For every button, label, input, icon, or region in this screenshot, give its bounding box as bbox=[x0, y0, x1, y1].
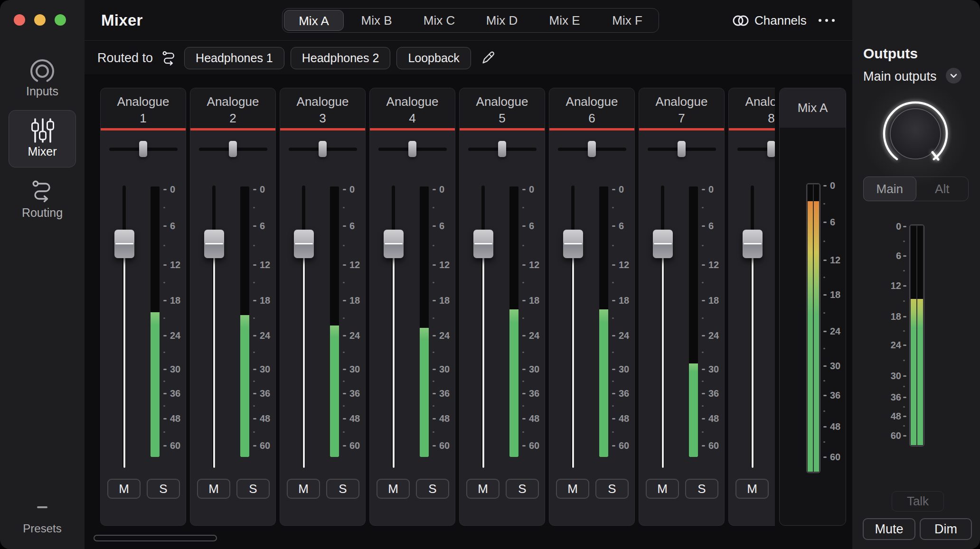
pan-slider-thumb[interactable] bbox=[229, 141, 237, 157]
fader-track-lower bbox=[752, 255, 754, 468]
zoom-button[interactable] bbox=[55, 14, 66, 26]
meter-tick bbox=[903, 226, 906, 227]
routed-chip-headphones-2[interactable]: Headphones 2 bbox=[291, 47, 391, 69]
edit-routing-button[interactable] bbox=[481, 51, 495, 65]
meter-minor-tick bbox=[522, 207, 524, 208]
mute-button[interactable]: M bbox=[197, 479, 230, 499]
mute-button[interactable]: M bbox=[466, 479, 499, 499]
tab-mix-d[interactable]: Mix D bbox=[471, 9, 533, 32]
horizontal-scrollbar[interactable] bbox=[94, 535, 217, 541]
meter-tick bbox=[903, 435, 906, 437]
pan-slider-thumb[interactable] bbox=[319, 141, 327, 157]
sidebar-item-mixer[interactable]: Mixer bbox=[9, 110, 76, 167]
tab-mix-c[interactable]: Mix C bbox=[408, 9, 471, 32]
meter-tick-label: 60 bbox=[830, 452, 840, 462]
pan-slider-thumb[interactable] bbox=[767, 141, 775, 157]
fader-thumb[interactable] bbox=[294, 230, 314, 258]
fader-thumb[interactable] bbox=[204, 230, 224, 258]
sidebar-item-mixer-label: Mixer bbox=[9, 145, 75, 158]
tab-mix-e[interactable]: Mix E bbox=[533, 9, 596, 32]
meter-tick bbox=[823, 365, 827, 367]
solo-button[interactable]: S bbox=[416, 479, 449, 499]
pan-slider-thumb[interactable] bbox=[498, 141, 506, 157]
meter-tick bbox=[823, 260, 827, 261]
routed-chip-headphones-1[interactable]: Headphones 1 bbox=[184, 47, 284, 69]
meter-tick-label: 24 bbox=[619, 330, 629, 341]
meter-minor-tick bbox=[702, 282, 704, 283]
meter-tick-label: 60 bbox=[529, 440, 539, 451]
fader-thumb[interactable] bbox=[384, 230, 404, 258]
meter-minor-tick bbox=[522, 245, 524, 246]
sidebar-item-inputs[interactable]: Inputs bbox=[0, 84, 85, 98]
fader-thumb[interactable] bbox=[653, 230, 673, 258]
meter-minor-tick bbox=[163, 405, 165, 407]
channel-strip-2: Analogue 2 0612182430364860 M S bbox=[190, 88, 276, 526]
close-button[interactable] bbox=[14, 14, 25, 26]
main-output-button[interactable]: Main bbox=[863, 177, 916, 201]
minimize-button[interactable] bbox=[34, 14, 46, 26]
channel-level-meter-fill bbox=[240, 315, 249, 457]
meter-tick bbox=[612, 393, 615, 394]
meter-tick-label: 36 bbox=[873, 392, 901, 402]
tab-mix-a[interactable]: Mix A bbox=[284, 10, 344, 31]
channel-header: Analogue 3 bbox=[280, 88, 365, 128]
meter-minor-tick bbox=[612, 405, 614, 407]
more-menu-icon[interactable] bbox=[819, 19, 835, 22]
output-volume-knob[interactable] bbox=[877, 96, 953, 172]
tab-mix-f[interactable]: Mix F bbox=[596, 9, 659, 32]
solo-button[interactable]: S bbox=[147, 479, 180, 499]
meter-minor-tick bbox=[612, 352, 614, 353]
tab-mix-b[interactable]: Mix B bbox=[345, 9, 408, 32]
mute-button[interactable]: M bbox=[646, 479, 679, 499]
mixer-main-area: Analogue 1 0612182430364860 M S Analogue… bbox=[85, 75, 852, 549]
talk-button[interactable]: Talk bbox=[892, 491, 944, 512]
meter-tick bbox=[823, 426, 827, 428]
meter-minor-tick bbox=[343, 245, 345, 246]
fader-thumb[interactable] bbox=[473, 230, 493, 258]
pan-slider-thumb[interactable] bbox=[678, 141, 686, 157]
solo-button[interactable]: S bbox=[506, 479, 539, 499]
outputs-title: Outputs bbox=[863, 46, 918, 62]
channels-toggle[interactable]: Channels bbox=[732, 0, 807, 41]
meter-tick bbox=[343, 189, 346, 190]
routed-chip-loopback[interactable]: Loopback bbox=[396, 47, 471, 69]
meter-tick-label: 6 bbox=[708, 221, 714, 231]
meter-tick bbox=[433, 393, 436, 394]
sidebar-item-routing[interactable]: Routing bbox=[0, 206, 85, 220]
fader-track-lower bbox=[572, 255, 574, 468]
inputs-icon[interactable] bbox=[28, 58, 57, 86]
fader-thumb[interactable] bbox=[114, 230, 134, 258]
meter-tick bbox=[522, 418, 526, 419]
meter-minor-tick bbox=[343, 207, 345, 208]
mute-button[interactable]: M bbox=[377, 479, 410, 499]
mute-output-button[interactable]: Mute bbox=[863, 518, 915, 540]
mute-button[interactable]: M bbox=[735, 479, 769, 499]
pan-slider-thumb[interactable] bbox=[139, 141, 147, 157]
channel-strip-3: Analogue 3 0612182430364860 M S bbox=[280, 88, 366, 526]
mute-button[interactable]: M bbox=[556, 479, 589, 499]
fader-thumb[interactable] bbox=[563, 230, 583, 258]
channel-name: Analogue bbox=[370, 93, 455, 110]
channel-name: Analogue bbox=[549, 93, 634, 110]
routing-icon[interactable] bbox=[31, 178, 54, 203]
sidebar-item-presets[interactable]: Presets bbox=[0, 522, 85, 535]
app-window: Inputs Mixer Routing Pr bbox=[0, 0, 980, 549]
dim-output-button[interactable]: Dim bbox=[920, 518, 972, 540]
pan-slider-thumb[interactable] bbox=[588, 141, 596, 157]
meter-tick bbox=[702, 445, 705, 447]
meter-minor-tick bbox=[612, 381, 614, 382]
solo-button[interactable]: S bbox=[595, 479, 629, 499]
master-meter-left bbox=[808, 185, 813, 472]
solo-button[interactable]: S bbox=[685, 479, 718, 499]
output-selector-button[interactable] bbox=[946, 68, 961, 84]
solo-button[interactable]: S bbox=[236, 479, 270, 499]
pan-slider-thumb[interactable] bbox=[408, 141, 416, 157]
fader-thumb[interactable] bbox=[743, 230, 763, 258]
alt-output-button[interactable]: Alt bbox=[916, 177, 969, 201]
solo-button[interactable]: S bbox=[326, 479, 359, 499]
mute-button[interactable]: M bbox=[287, 479, 320, 499]
meter-minor-tick bbox=[433, 282, 434, 283]
mute-button[interactable]: M bbox=[107, 479, 141, 499]
meter-tick-label: 30 bbox=[170, 364, 180, 374]
meter-minor-tick bbox=[702, 207, 704, 208]
